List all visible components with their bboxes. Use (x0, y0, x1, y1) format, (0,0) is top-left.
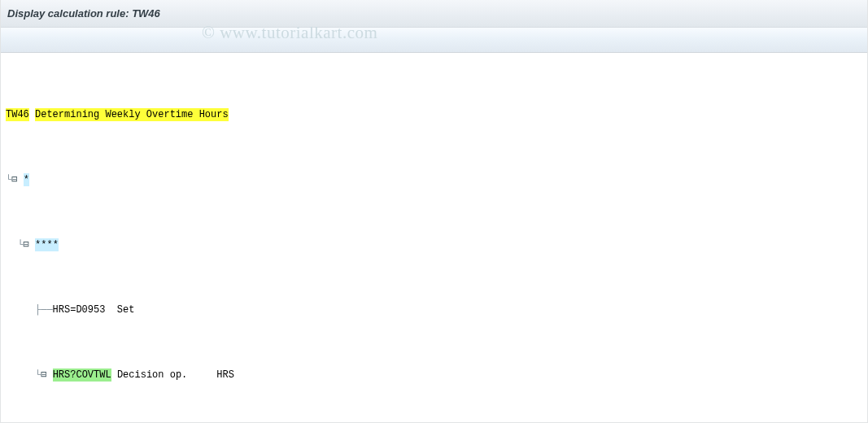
toolbar-strip (1, 28, 867, 53)
tree-row-root[interactable]: TW46 Determining Weekly Overtime Hours (1, 108, 867, 121)
tree-row[interactable]: ├── HRS=D0953 Set (1, 303, 867, 316)
tree-area: TW46 Determining Weekly Overtime Hours └… (1, 53, 867, 423)
op-code: HRS?COVTWL (53, 368, 111, 382)
page-title: Display calculation rule: TW46 (7, 7, 160, 20)
star: * (24, 173, 29, 186)
rule-desc: Determining Weekly Overtime Hours (35, 108, 229, 121)
rule-code: TW46 (6, 108, 29, 121)
tree-row[interactable]: └ ⊟ **** (1, 238, 867, 251)
header-bar: Display calculation rule: TW46 (1, 0, 867, 28)
tree-row[interactable]: └ ⊟ * (1, 173, 867, 186)
tree-row[interactable]: └ ⊟ HRS?COVTWL Decision op. HRS (1, 368, 867, 382)
stars: **** (35, 238, 59, 251)
